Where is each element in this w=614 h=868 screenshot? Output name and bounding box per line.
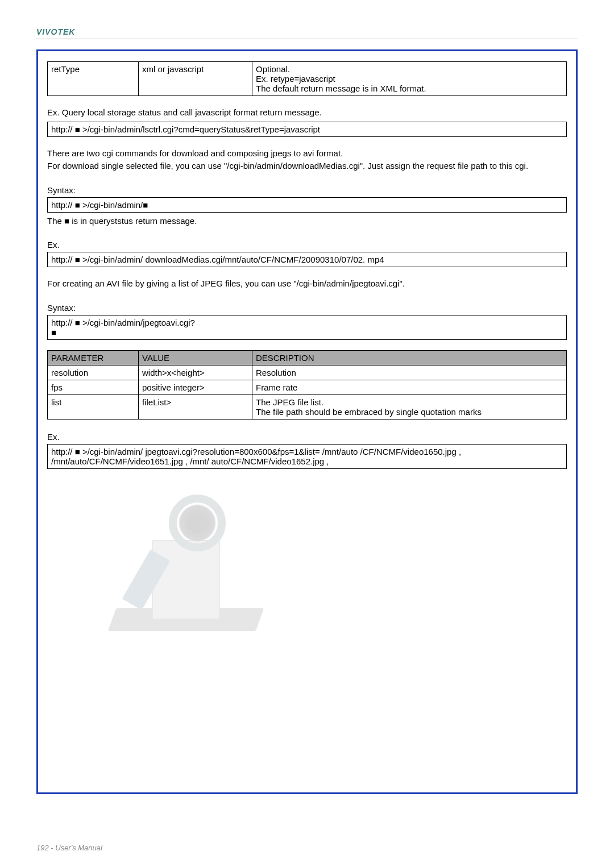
- cell-desc: Resolution: [252, 366, 566, 380]
- example2-box: http:// ■ >/cgi-bin/admin/ jpegtoavi.cgi…: [47, 444, 567, 469]
- syntax2-box: http:// ■ >/cgi-bin/admin/jpegtoavi.cgi?…: [47, 315, 567, 340]
- col-header-description: DESCRIPTION: [252, 351, 566, 365]
- page-footer: 192 - User's Manual: [36, 844, 102, 852]
- cell-param: retType: [48, 62, 139, 95]
- cell-param: list: [48, 395, 139, 419]
- cell-desc: Optional. Ex. retype=javascript The defa…: [252, 62, 566, 95]
- table-row: list fileList> The JPEG file list. The f…: [47, 395, 567, 420]
- example1-box: http:// ■ >/cgi-bin/admin/ downloadMedia…: [47, 252, 567, 267]
- cell-desc: Frame rate: [252, 380, 566, 394]
- cell-value: xml or javascript: [139, 62, 252, 95]
- table-row: resolution width>x<height> Resolution: [47, 366, 567, 380]
- header-divider: [36, 39, 578, 39]
- watermark-camera-icon: [101, 483, 271, 654]
- download-paragraph: There are two cgi commands for download …: [47, 147, 567, 173]
- syntax-label: Syntax:: [47, 185, 567, 195]
- cell-value: width>x<height>: [139, 366, 252, 380]
- syntax1-box: http:// ■ >/cgi-bin/admin/■: [47, 197, 567, 213]
- table-row: fps positive integer> Frame rate: [47, 380, 567, 395]
- syntax1-note: The ■ is in queryststus return message.: [47, 215, 567, 228]
- table-row: retType xml or javascript Optional. Ex. …: [47, 61, 567, 96]
- example-label-2: Ex.: [47, 432, 567, 442]
- brand-text: VIVOTEK: [36, 27, 578, 36]
- col-header-parameter: PARAMETER: [48, 351, 139, 365]
- example-label: Ex.: [47, 240, 567, 250]
- cell-desc: The JPEG file list. The file path should…: [252, 395, 566, 419]
- content-frame: retType xml or javascript Optional. Ex. …: [36, 49, 578, 794]
- syntax-label-2: Syntax:: [47, 303, 567, 313]
- cell-param: fps: [48, 380, 139, 394]
- table-header-row: PARAMETER VALUE DESCRIPTION: [47, 350, 567, 366]
- cell-value: positive integer>: [139, 380, 252, 394]
- query-example-text: Ex. Query local storage status and call …: [47, 106, 567, 119]
- cell-param: resolution: [48, 366, 139, 380]
- cell-value: fileList>: [139, 395, 252, 419]
- jpegtoavi-paragraph: For creating an AVI file by giving a lis…: [47, 277, 567, 290]
- col-header-value: VALUE: [139, 351, 252, 365]
- query-example-box: http:// ■ >/cgi-bin/admin/lsctrl.cgi?cmd…: [47, 122, 567, 137]
